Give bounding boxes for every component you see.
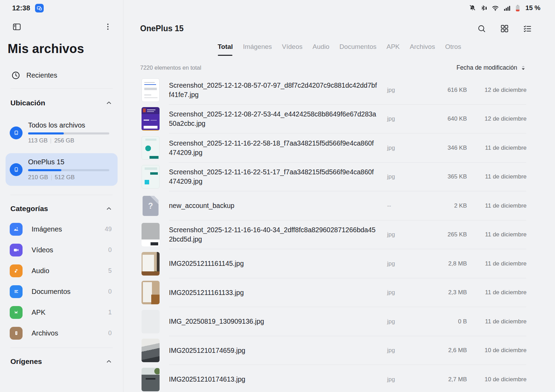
category-label: Archivos — [32, 329, 58, 337]
file-type: jpg — [387, 376, 415, 383]
file-thumbnail — [142, 368, 160, 391]
tab-documentos[interactable]: Documentos — [340, 43, 377, 56]
sidebar: Mis archivos Recientes Ubicación Todos l… — [0, 0, 123, 392]
storage-item-oneplus-15[interactable]: OnePlus 15 210 GB512 GB — [6, 153, 118, 186]
sidebar-item-apk[interactable]: APK 1 — [0, 302, 123, 323]
file-date: 11 de diciembre — [467, 202, 527, 209]
file-date: 11 de diciembre — [467, 289, 527, 296]
file-row[interactable]: Screenshot_2025-12-12-08-57-07-97_d8f7c2… — [142, 76, 526, 105]
tab-otros[interactable]: Otros — [445, 43, 461, 56]
category-count: 1 — [108, 309, 112, 316]
tab-vídeos[interactable]: Vídeos — [282, 43, 302, 56]
file-size: 346 KB — [415, 145, 467, 151]
file-name: new_account_backup — [169, 201, 377, 210]
file-row[interactable]: Screenshot_2025-12-11-16-22-58-18_f7aa34… — [142, 133, 526, 163]
sort-button[interactable]: Fecha de modificación — [456, 64, 526, 71]
file-date: 11 de diciembre — [467, 318, 527, 325]
tab-apk[interactable]: APK — [386, 43, 400, 56]
category-count: 0 — [108, 288, 112, 295]
file-row[interactable]: IMG20251211161133.jpg jpg 2,3 MB 11 de d… — [142, 278, 526, 307]
section-header-categories[interactable]: Categorías — [0, 203, 123, 214]
file-type: jpg — [387, 289, 415, 296]
chevron-up-icon — [105, 99, 113, 107]
sidebar-item-vídeos[interactable]: Vídeos 0 — [0, 239, 123, 260]
file-date: 11 de diciembre — [467, 231, 527, 238]
screen-share-icon — [35, 4, 44, 12]
category-list: Imágenes 49 Vídeos 0 Audio 5 Documentos … — [0, 219, 123, 343]
search-button[interactable] — [476, 23, 487, 34]
file-type: jpg — [387, 173, 415, 180]
file-row[interactable]: IMG20251210174613.jpg jpg 2,7 MB 10 de d… — [142, 365, 526, 392]
file-row[interactable]: Screenshot_2025-12-11-16-22-51-17_f7aa34… — [142, 163, 526, 192]
file-type: jpg — [387, 115, 415, 122]
sidebar-item-audio[interactable]: Audio 5 — [0, 260, 123, 281]
file-type: jpg — [387, 318, 415, 325]
battery-percent: 15 % — [526, 4, 540, 12]
tab-imágenes[interactable]: Imágenes — [243, 43, 272, 56]
category-label: Imágenes — [32, 225, 62, 233]
divider — [10, 195, 113, 195]
file-row[interactable]: IMG_20250819_130909136.jpg jpg 0 B 11 de… — [142, 307, 526, 336]
category-label: Audio — [32, 267, 49, 275]
collapse-sidebar-button[interactable] — [11, 21, 22, 32]
file-row[interactable]: IMG20251211161145.jpg jpg 2,8 MB 11 de d… — [142, 249, 526, 278]
file-type: jpg — [387, 347, 415, 354]
storage-usage-bar — [28, 132, 109, 134]
sidebar-item-archivos[interactable]: Archivos 0 — [0, 323, 123, 343]
file-type: jpg — [387, 260, 415, 267]
main-panel: OnePlus 15 — [124, 16, 555, 392]
page-title: OnePlus 15 — [140, 24, 183, 33]
file-type: jpg — [387, 87, 415, 94]
storage-usage-bar — [28, 169, 109, 171]
file-row[interactable]: Screenshot_2025-12-11-16-16-40-34_2dff8f… — [142, 220, 526, 250]
tab-archivos[interactable]: Archivos — [410, 43, 435, 56]
category-count: 0 — [108, 246, 112, 254]
file-size: 2,8 MB — [415, 260, 467, 267]
grid-view-button[interactable] — [499, 23, 510, 34]
apk-icon — [10, 306, 23, 319]
battery-low-icon — [514, 4, 521, 12]
file-name: IMG20251210174659.jpg — [169, 346, 377, 355]
recents-label: Recientes — [26, 71, 57, 79]
category-count: 0 — [108, 330, 112, 337]
file-thumbnail — [142, 165, 160, 189]
file-size: 616 KB — [415, 87, 467, 94]
multiselect-button[interactable] — [522, 23, 533, 34]
sidebar-item-documentos[interactable]: Documentos 0 — [0, 281, 123, 302]
storage-usage-text: 210 GB512 GB — [28, 174, 113, 181]
file-thumbnail — [142, 78, 160, 102]
more-options-button[interactable] — [103, 22, 113, 32]
tab-audio[interactable]: Audio — [313, 43, 330, 56]
file-date: 11 de diciembre — [467, 260, 527, 267]
all-files-icon — [10, 127, 23, 139]
sidebar-item-imágenes[interactable]: Imágenes 49 — [0, 219, 123, 239]
file-size: 2,6 MB — [415, 347, 467, 354]
file-row[interactable]: new_account_backup -- 2 KB 11 de diciemb… — [142, 191, 526, 220]
file-size: 2,3 MB — [415, 289, 467, 296]
bluetooth-icon — [480, 4, 487, 12]
sidebar-item-recents[interactable]: Recientes — [11, 71, 123, 80]
file-type: jpg — [387, 145, 415, 151]
category-label: Documentos — [32, 288, 70, 296]
file-date: 12 de diciembre — [467, 87, 527, 94]
storage-usage-text: 113 GB256 GB — [28, 137, 113, 144]
section-header-location[interactable]: Ubicación — [0, 98, 123, 108]
phone-storage-icon — [10, 163, 23, 176]
images-icon — [10, 223, 23, 236]
file-row[interactable]: IMG20251210174659.jpg jpg 2,6 MB 10 de d… — [142, 336, 526, 365]
file-name: IMG20251210174613.jpg — [169, 375, 377, 384]
file-date: 12 de diciembre — [467, 115, 527, 122]
tab-total[interactable]: Total — [217, 43, 233, 56]
section-header-origins[interactable]: Orígenes — [0, 356, 123, 367]
category-count: 49 — [105, 226, 112, 233]
app-title: Mis archivos — [8, 42, 123, 56]
file-name: IMG20251211161133.jpg — [169, 288, 377, 297]
videos-icon — [10, 244, 23, 256]
file-name: IMG_20250819_130909136.jpg — [169, 317, 377, 326]
file-row[interactable]: Screenshot_2025-12-12-08-27-53-44_e44242… — [142, 105, 526, 134]
storage-item-todos-los-archivos[interactable]: Todos los archivos 113 GB256 GB — [6, 116, 118, 149]
file-thumbnail — [142, 107, 160, 131]
sort-label: Fecha de modificación — [456, 64, 517, 71]
chevron-up-icon — [105, 205, 113, 212]
category-count: 5 — [108, 267, 112, 275]
